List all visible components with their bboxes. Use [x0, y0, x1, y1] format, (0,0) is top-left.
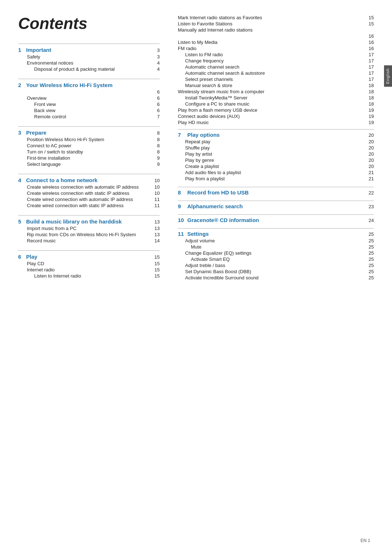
list-item: Turn on / switch to standby 8: [18, 149, 160, 155]
list-item: Internet radio 15: [18, 267, 160, 273]
section-page-6: 15: [151, 254, 160, 260]
list-item: Automatic channel search 17: [178, 64, 374, 70]
section-number-8: 8: [178, 189, 187, 196]
page-footer: EN 1: [360, 538, 370, 543]
section-title-3: Prepare: [26, 130, 151, 136]
list-item: Play HD music 19: [178, 119, 374, 126]
section-number-6: 6: [18, 254, 26, 260]
section-number-11: 11: [178, 231, 187, 237]
section-number-9: 9: [178, 203, 187, 209]
list-item: Repeat play 20: [178, 139, 374, 145]
section-8: 8 Record from HD to USB 22: [178, 187, 374, 196]
list-item: Environmental notices 4: [18, 60, 160, 66]
list-item: Play from a playlist 21: [178, 176, 374, 182]
section-7: 7 Play options 20 Repeat play 20 Shuffle…: [178, 129, 374, 182]
list-item: Disposal of product & packing material 4: [18, 66, 160, 72]
list-item: Connect audio devices (AUX) 19: [178, 113, 374, 119]
section-number-7: 7: [178, 132, 187, 138]
list-item: Create wired connection with static IP a…: [18, 202, 160, 209]
section-page-10: 24: [365, 218, 374, 223]
section-10: 10 Gracenote® CD information 24: [178, 214, 374, 223]
list-item: Play CD 15: [18, 260, 160, 267]
section-page-5: 13: [151, 219, 160, 225]
section-number-4: 4: [18, 177, 26, 183]
section-number-10: 10: [178, 217, 187, 223]
right-column: Mark Internet radio stations as Favorite…: [171, 15, 374, 539]
list-item: Wirelessly stream music from a computer …: [178, 89, 374, 95]
section-title-11: Settings: [187, 231, 365, 237]
list-item: Select preset channels 17: [178, 76, 374, 82]
section-11: 11 Settings 25 Adjust volume 25 Mute 25 …: [178, 228, 374, 281]
section-number-1: 1: [18, 47, 26, 53]
section-page-8: 22: [365, 190, 374, 196]
section-title-5: Build a music library on the harddisk: [26, 218, 151, 225]
list-item: Listen to FM radio 17: [178, 52, 374, 58]
list-item: Install TwonkyMedia™ Server 18: [178, 95, 374, 101]
list-item: Position Wireless Micro Hi-Fi System 8: [18, 136, 160, 143]
section-number-2: 2: [18, 82, 26, 88]
list-item: Create wired connection with automatic I…: [18, 196, 160, 202]
list-item: Listen to Internet radio 15: [18, 273, 160, 279]
section-1: 1 Important 3 Safety 3 Environmental not…: [18, 44, 160, 72]
list-item: Rip music from CDs on Wireless Micro Hi-…: [18, 231, 160, 238]
list-item: Create wireless connection with static I…: [18, 190, 160, 196]
list-item: Play by genre 20: [178, 157, 374, 163]
list-item: Automatic channel search & autostore 17: [178, 70, 374, 76]
section-page-4: 10: [151, 178, 160, 183]
list-item: Create a playlist 20: [178, 163, 374, 169]
section-page-7: 20: [365, 132, 374, 138]
list-item: Safety 3: [18, 54, 160, 60]
list-item: Play by artist 20: [178, 151, 374, 157]
list-item: Mark Internet radio stations as Favorite…: [178, 15, 374, 21]
list-item: Adjust volume 25: [178, 238, 374, 244]
list-item: Back view 6: [18, 107, 160, 114]
section-page-1: 3: [151, 48, 160, 53]
section-title-9: Alphanumeric search: [187, 203, 365, 209]
section-title-8: Record from HD to USB: [187, 189, 365, 196]
section-title-1: Important: [26, 47, 151, 53]
list-item: Record music 14: [18, 238, 160, 244]
section-title-7: Play options: [187, 132, 365, 138]
list-item: Front view 6: [18, 101, 160, 107]
section-5: 5 Build a music library on the harddisk …: [18, 215, 160, 244]
list-item: Listen to My Media 16: [178, 39, 374, 45]
list-item: Activate Incredible Surround sound 25: [178, 275, 374, 281]
section-2: 2 Your Wireless Micro Hi-Fi System 6 Ove…: [18, 79, 160, 120]
section-page-11: 25: [365, 231, 374, 237]
list-item: Manual search & store 18: [178, 82, 374, 89]
list-item: 6: [18, 89, 160, 95]
section-page-3: 8: [151, 130, 160, 136]
list-item: Create wireless connection with automati…: [18, 184, 160, 190]
list-item: Shuffle play 20: [178, 145, 374, 151]
language-tab: English: [384, 65, 392, 87]
list-item: Activate Smart EQ 25: [178, 256, 374, 262]
list-item: Overview 6: [18, 95, 160, 101]
list-item: Change frequency 17: [178, 58, 374, 64]
list-item: Manually add Internet radio stations: [178, 27, 374, 33]
section-9: 9 Alphanumeric search 23: [178, 201, 374, 209]
section-title-6: Play: [26, 254, 151, 260]
section-title-4: Connect to a home network: [26, 177, 151, 183]
list-item: Import music from a PC 13: [18, 225, 160, 231]
section-number-5: 5: [18, 218, 26, 225]
left-column: Contents 1 Important 3 Safety 3 Environm…: [18, 15, 171, 539]
section-4: 4 Connect to a home network 10 Create wi…: [18, 174, 160, 209]
list-item: Select language 9: [18, 161, 160, 167]
list-item: Change Equalizer (EQ) settings 25: [178, 250, 374, 256]
list-item: Connect to AC power 8: [18, 143, 160, 149]
list-item: Configure a PC to share music 18: [178, 101, 374, 107]
section-page-9: 23: [365, 204, 374, 209]
section-number-3: 3: [18, 130, 26, 136]
section-title-10: Gracenote® CD information: [187, 217, 365, 223]
section-6: 6 Play 15 Play CD 15 Internet radio 15 L…: [18, 250, 160, 279]
list-item: Set Dynamic Bass Boost (DBB) 25: [178, 268, 374, 275]
page-title: Contents: [18, 15, 160, 33]
list-item: First-time installation 9: [18, 155, 160, 161]
list-item: Mute 25: [178, 244, 374, 250]
list-item: FM radio 16: [178, 45, 374, 52]
list-item: 16: [178, 33, 374, 39]
list-item: Add audio files to a playlist 21: [178, 169, 374, 176]
list-item: Play from a flash memory USB device 19: [178, 107, 374, 113]
section-title-2: Your Wireless Micro Hi-Fi System: [26, 82, 151, 88]
section-3: 3 Prepare 8 Position Wireless Micro Hi-F…: [18, 126, 160, 167]
